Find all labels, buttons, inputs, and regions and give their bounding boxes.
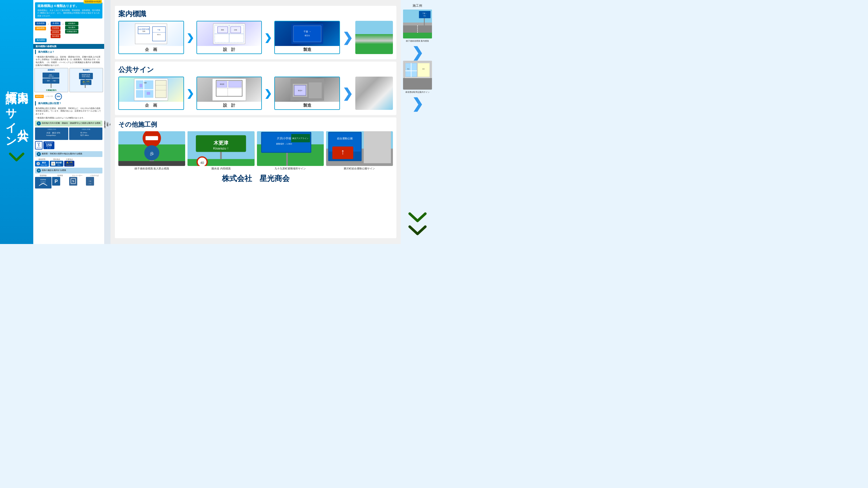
koshu-process-row: 地図 企 画 ❯ xyxy=(118,76,393,110)
mfg-label: 製造 xyxy=(275,46,339,54)
annai-process-plan: 仏点 直径51型 信徳 千葉 横芝光 企 画 xyxy=(118,21,184,54)
type1-section: 1 目的地の方向や距離・路線名・路線番号など経路を案内する標識 xyxy=(35,121,102,126)
facility-signs: 登坂車線 登坂車線 SLOWER TRAFFIC 駐車場 xyxy=(33,174,104,189)
other-photo-4-col: 総合運動公園 ↑ 勝沢町総合運動公園サイン xyxy=(326,131,393,170)
type3-num: 3 xyxy=(37,168,41,172)
svg-text:P: P xyxy=(54,178,58,184)
svg-text:Amawaka: Amawaka xyxy=(49,75,54,77)
type2-num: 2 xyxy=(37,152,41,156)
right-panel: 施工例 千葉 → 富山 銚子連絡道標識 案内標識 ❯ xyxy=(401,0,434,244)
svg-text:信徳: 信徳 xyxy=(142,30,145,32)
koshu-design-img: 構造図 xyxy=(197,77,261,102)
right-photo-1-label: 銚子連絡道標識 案内標識 xyxy=(406,40,429,42)
annai-title: 案内標識 xyxy=(118,9,393,19)
svg-text:千葉 →: 千葉 → xyxy=(422,12,427,14)
side-label-panel: 出典 国土交通省 道路技術基準・道路標識 xyxy=(104,0,111,244)
company-footer: 株式会社 星光商会 xyxy=(118,170,393,184)
plan-label: 企 画 xyxy=(119,46,183,54)
sidebar-title-line1: 案内 xyxy=(17,83,29,86)
svg-text:仏点 直径51型: 仏点 直径51型 xyxy=(138,28,149,30)
what-is-body: 一般道路の案内標識には、目的地・通過地の方向、距離や道路上の位置を示し目標地ま … xyxy=(33,55,104,67)
diag-fuzoku: 付属施設案内 xyxy=(65,30,79,34)
koshu-plan-img: 地図 xyxy=(119,77,183,102)
type1-signs: 方面及び方向 大宮 Kawagoe 東京 67Km Tokyo 方面及び距離 柏… xyxy=(33,127,104,150)
who-sets-body: 案内標識は国土交通省、都道府県、市町村など、それぞれの道路の道路管理者が設置し … xyxy=(33,106,104,116)
diag-hojo: 補助標識 xyxy=(35,27,46,30)
right-photo-2: 周辺 案内 xyxy=(403,61,432,90)
other-photo-1-label: 銚子連絡道標識 進入禁止標識 xyxy=(118,167,185,170)
svg-text:案内: 案内 xyxy=(423,68,425,70)
design-label: 設 計 xyxy=(197,46,261,54)
toranomon-sign: 虎ノ門 Toranomon xyxy=(64,161,74,166)
other-photo-3-col: 片貝小学校 避難場所 ↓ 1.0km 東京アクアライン 九十九里町避難場所サイン xyxy=(257,131,324,170)
svg-text:東京 67Km: 東京 67Km xyxy=(52,132,60,134)
svg-text:地図: 地図 xyxy=(144,82,147,84)
diag-chiten: 地点案内 xyxy=(65,26,79,30)
mfg-img: 千葉 → 横芝光 xyxy=(275,22,339,46)
svg-text:歩: 歩 xyxy=(150,151,154,156)
right-photo-1: 千葉 → 富山 xyxy=(403,9,432,38)
pref-route: 都道府県道番号 159 長・野 xyxy=(43,141,54,149)
distance-sign: 方面及び距離 柏 37Km 取手 28Km xyxy=(69,128,102,140)
three-types-text: 一般道路の案内標識には次のような3種類があります。 xyxy=(33,116,104,120)
other-photo-1: 歩 xyxy=(118,131,185,166)
koshu-installed-photo xyxy=(355,76,393,110)
doc-body: 道路標識は、大きく分けて案内標識、警戒標識、規制標識、指示標識の 4種類がありま… xyxy=(37,8,100,17)
svg-text:総合運動公園: 総合運動公園 xyxy=(337,137,353,140)
famous-col: 著名地点 🚉 東京駅 2Km xyxy=(50,158,63,166)
koshu-process-design: 構造図 設 計 xyxy=(196,76,262,110)
right-arrow-koshu: ❯ xyxy=(412,97,423,111)
left-sidebar: 案内 標識 ・ 公共 サイン xyxy=(0,0,33,244)
doc-title-text: 道路標識は４種類あります。 xyxy=(37,4,100,8)
koshu-arrow1: ❯ xyxy=(186,88,194,99)
other-photo-3: 片貝小学校 避難場所 ↓ 1.0km 東京アクアライン xyxy=(257,131,324,166)
koshu-arrow2: ❯ xyxy=(264,88,272,99)
annai-arrow2: ❯ xyxy=(264,32,272,43)
svg-text:取手 28Km: 取手 28Km xyxy=(81,134,89,136)
koshu-process-plan: 地図 企 画 xyxy=(118,76,184,110)
national-route: 国道 1 ROUTE xyxy=(35,141,42,150)
other-photo-4-label: 勝沢町総合運動公園サイン xyxy=(326,167,393,170)
diag-road-sign: 道路標識 xyxy=(35,22,46,26)
chiten-illus: 地点案内 登録申請所 Scenic Notary 虎ノ門 Toranomon xyxy=(69,68,103,92)
svg-text:周辺: 周辺 xyxy=(407,68,409,70)
type2-label: 都府県・市町村の境界や地点を案内する標識 xyxy=(42,153,82,155)
koshu-title: 公共サイン xyxy=(118,65,393,74)
right-photo-2-label: 幕張豊砂駅周辺案内サイン xyxy=(405,91,430,93)
svg-rect-66 xyxy=(228,81,241,87)
svg-rect-119 xyxy=(417,63,430,77)
other-section: その他施工例 xyxy=(115,118,396,238)
annai-installed-photo xyxy=(355,21,393,54)
other-photo-2: 木更津 Kisarazu ↑ 40 xyxy=(187,131,254,166)
kiso-header: 案内標識の基礎知識 xyxy=(33,44,104,49)
diag-keiro: 経路案内 xyxy=(65,22,79,26)
svg-text:避難場所 ↓ 1.0km: 避難場所 ↓ 1.0km xyxy=(276,142,292,145)
svg-text:Toranomon: Toranomon xyxy=(83,83,89,85)
svg-text:バス: バス xyxy=(88,183,91,185)
svg-text:図面: 図面 xyxy=(221,29,224,31)
svg-rect-116 xyxy=(403,78,432,90)
plan-img: 仏点 直径51型 信徳 千葉 横芝光 xyxy=(119,22,183,46)
svg-text:千葉: 千葉 xyxy=(157,29,160,31)
keiro-illus: 経路案内 天稚 → Amawaka ← 蒲田 川越 → 付属施設案内 xyxy=(34,68,68,92)
svg-text:詳細: 詳細 xyxy=(234,29,237,31)
other-photo-2-label: 圏央道 内照標識 xyxy=(187,167,254,170)
koshu-section: 公共サイン 地図 xyxy=(115,62,396,115)
svg-rect-70 xyxy=(309,83,322,98)
svg-text:Tokyo: Tokyo xyxy=(52,134,56,136)
sidebar-title-line4: サイン xyxy=(5,101,17,143)
tokyo-sign: 東 東京 Tokyo Met. xyxy=(35,161,49,166)
hojo-note: 補助標識 ↑ バイパス 390 xyxy=(33,93,104,100)
svg-rect-112 xyxy=(419,11,431,18)
down-chevrons xyxy=(407,212,428,244)
svg-rect-100 xyxy=(364,131,391,163)
svg-text:SLOWER: SLOWER xyxy=(41,181,46,183)
sign-illustration-area: 経路案内 天稚 → Amawaka ← 蒲田 川越 → 付属施設案内 xyxy=(33,67,104,93)
type1-num: 1 xyxy=(37,122,41,126)
busstop-sign: → バス xyxy=(86,177,94,186)
other-photo-2-col: 木更津 Kisarazu ↑ 40 圏央道 内照標識 xyxy=(187,131,254,170)
diag-shiji: 指示標識 xyxy=(51,34,60,38)
who-sets-header: 案内標識は誰が設置？ xyxy=(35,101,102,105)
tosaka-sign: 登坂車線 SLOWER TRAFFIC xyxy=(35,177,52,189)
svg-text:虎ノ門: 虎ノ門 xyxy=(83,80,89,83)
